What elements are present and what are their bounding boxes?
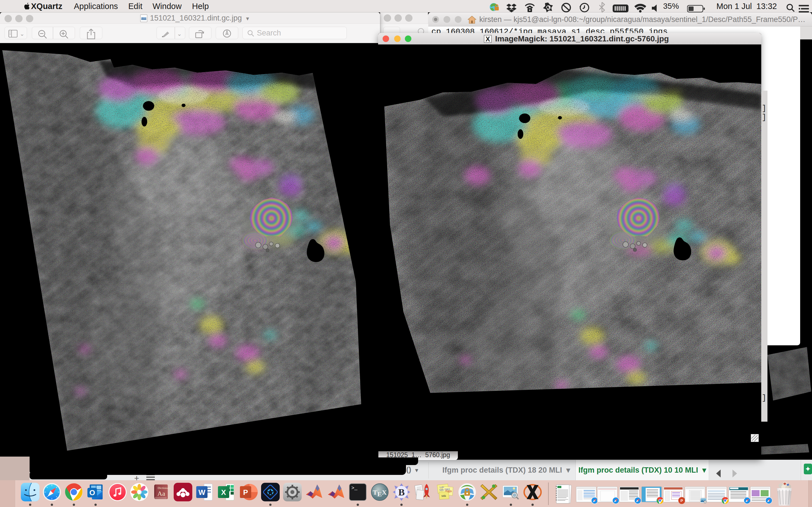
- svg-text:Milk: Milk: [442, 495, 446, 497]
- svg-text:P: P: [243, 488, 248, 497]
- svg-text:W: W: [199, 488, 206, 497]
- svg-text:B: B: [398, 487, 405, 497]
- svg-text:Eggs: Eggs: [446, 489, 452, 493]
- svg-text:>_: >_: [351, 485, 357, 491]
- svg-text:Aa: Aa: [157, 490, 165, 497]
- svg-text:Dictionary: Dictionary: [158, 486, 170, 490]
- svg-text:O: O: [89, 489, 95, 497]
- svg-text:P: P: [680, 499, 683, 503]
- svg-text:X: X: [221, 488, 226, 497]
